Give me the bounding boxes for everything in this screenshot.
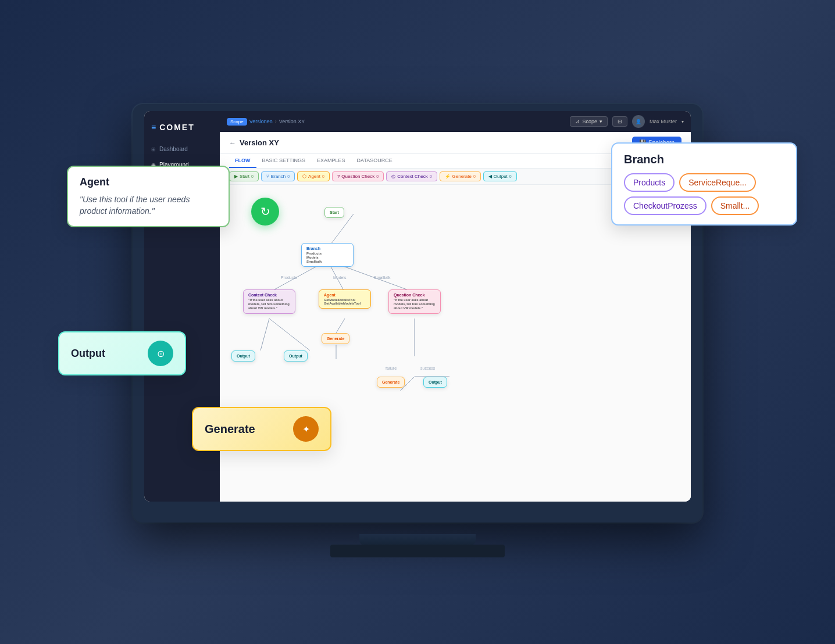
canvas-output-node-1[interactable]: Output bbox=[231, 350, 255, 362]
tab-basic-settings[interactable]: BASIC SETTINGS bbox=[256, 154, 312, 168]
monitor-stand bbox=[330, 545, 505, 557]
add-output-button[interactable]: ◀ Output 0 bbox=[483, 171, 517, 181]
versions-link[interactable]: Versionen bbox=[249, 119, 273, 124]
context-check-desc: "If the user asks about models, tell him… bbox=[248, 298, 290, 310]
context-count: 0 bbox=[430, 174, 432, 178]
branch-node-label: Branch bbox=[306, 246, 348, 251]
user-chevron: ▾ bbox=[681, 119, 684, 124]
add-context-check-button[interactable]: ◎ Context Check 0 bbox=[386, 171, 437, 181]
branch-tag-smalltalk: Smallt... bbox=[711, 196, 759, 215]
output-1-label: Output bbox=[237, 354, 250, 358]
canvas-start-node[interactable]: Start bbox=[324, 207, 344, 218]
generate-2-label: Generate bbox=[382, 380, 399, 384]
output-icon-button[interactable]: ⊙ bbox=[148, 341, 173, 366]
page-title-area: ← Version XY bbox=[229, 138, 279, 147]
topbar: Scope Versionen › Version XY ⊿ Scope ▾ ⊟… bbox=[220, 111, 691, 132]
canvas-generate-node-1[interactable]: Generate bbox=[322, 333, 349, 344]
app-title: COMET bbox=[159, 123, 195, 132]
output-label: Output bbox=[494, 174, 508, 179]
tab-flow[interactable]: FLOW bbox=[229, 154, 256, 168]
tab-datasource[interactable]: DATASOURCE bbox=[351, 154, 398, 168]
branch-count: 0 bbox=[287, 174, 290, 178]
avatar: 👤 bbox=[632, 115, 645, 128]
context-label: Context Check bbox=[397, 174, 427, 179]
output-card-title: Output bbox=[71, 348, 105, 360]
scope-button[interactable]: ⊿ Scope ▾ bbox=[570, 116, 608, 127]
monitor-base bbox=[359, 534, 476, 546]
canvas-generate-node-2[interactable]: Generate bbox=[377, 377, 405, 388]
branch-tags: Products Models Smalltalk bbox=[306, 252, 348, 263]
output-icon: ◀ bbox=[488, 174, 492, 179]
sidebar-item-label: Dashboard bbox=[159, 146, 188, 152]
branch-tag-checkout: CheckoutProzess bbox=[624, 196, 706, 215]
generate-card-title: Generate bbox=[205, 423, 255, 436]
start-icon: ▶ bbox=[234, 174, 238, 179]
output-2-label: Output bbox=[289, 354, 302, 358]
scope-label: Scope bbox=[582, 119, 597, 124]
canvas-agent-node[interactable]: Agent GetModelDetailsTool GetAvailableMo… bbox=[319, 289, 371, 309]
question-check-label: Question Check bbox=[394, 293, 436, 297]
add-question-check-button[interactable]: ? Question Check 0 bbox=[332, 171, 384, 181]
dashboard-icon: ⊞ bbox=[151, 146, 156, 152]
output-3-label: Output bbox=[429, 380, 442, 384]
flow-canvas[interactable]: Products Models Smalltalk success failur… bbox=[220, 185, 691, 502]
canvas-question-check-node[interactable]: Question Check "If the user asks about m… bbox=[388, 289, 441, 314]
floating-agent-card: Agent "Use this tool if the user needs p… bbox=[67, 166, 230, 227]
add-generate-button[interactable]: ⚡ Generate 0 bbox=[440, 171, 481, 181]
branch-card-title: Branch bbox=[624, 153, 784, 166]
context-check-label: Context Check bbox=[248, 293, 290, 297]
tab-examples[interactable]: EXAMPLES bbox=[311, 154, 351, 168]
generate-label: Generate bbox=[452, 174, 472, 179]
breadcrumb: Scope Versionen › Version XY bbox=[227, 118, 305, 126]
agent-count: 0 bbox=[322, 174, 324, 178]
back-arrow[interactable]: ← bbox=[229, 139, 236, 147]
canvas-output-node-3[interactable]: Output bbox=[423, 377, 447, 388]
agent-node-label: Agent bbox=[324, 293, 366, 297]
generate-1-label: Generate bbox=[327, 337, 344, 341]
path-label-products: Products bbox=[281, 276, 297, 280]
branch-tag-products: Products bbox=[624, 173, 675, 192]
app-logo: ≡ COMET bbox=[144, 118, 220, 141]
question-label: Question Check bbox=[341, 174, 374, 179]
agent-tool-2: GetAvailableModelsTool bbox=[324, 302, 366, 305]
start-label: Start bbox=[240, 174, 249, 179]
canvas-context-check-node[interactable]: Context Check "If the user asks about mo… bbox=[243, 289, 295, 314]
floating-output-card: Output ⊙ bbox=[58, 331, 186, 375]
agent-card-title: Agent bbox=[80, 176, 217, 188]
layout-button[interactable]: ⊟ bbox=[612, 116, 627, 127]
agent-label: Agent bbox=[308, 174, 320, 179]
agent-card-description: "Use this tool if the user needs product… bbox=[80, 194, 217, 217]
canvas-output-node-2[interactable]: Output bbox=[284, 350, 308, 362]
sidebar-item-dashboard[interactable]: ⊞ Dashboard bbox=[144, 141, 220, 157]
path-label-smalltalk: Smalltalk bbox=[374, 276, 391, 280]
floating-generate-card: Generate ✦ bbox=[192, 407, 331, 451]
branch-tags-container: Products ServiceReque... CheckoutProzess… bbox=[624, 173, 784, 215]
svg-line-6 bbox=[336, 319, 345, 333]
agent-icon: ⬡ bbox=[302, 174, 306, 179]
scope-icon: ⊿ bbox=[575, 119, 580, 124]
flow-connections: Products Models Smalltalk success failur… bbox=[220, 185, 691, 502]
branch-label: Branch bbox=[271, 174, 286, 179]
question-count: 0 bbox=[376, 174, 379, 178]
svg-line-4 bbox=[261, 319, 269, 350]
user-name: Max Muster bbox=[650, 119, 677, 124]
canvas-branch-node[interactable]: Branch Products Models Smalltalk bbox=[301, 243, 354, 267]
path-label-models: Models bbox=[333, 276, 347, 280]
branch-icon: ⑂ bbox=[266, 174, 269, 179]
add-branch-node-button[interactable]: ⑂ Branch 0 bbox=[261, 171, 295, 181]
output-count: 0 bbox=[509, 174, 512, 178]
start-node-label: Start bbox=[330, 210, 339, 214]
svg-line-5 bbox=[269, 319, 310, 350]
branch-tag-service: ServiceReque... bbox=[679, 173, 756, 192]
refresh-button[interactable]: ↻ bbox=[251, 198, 279, 226]
topbar-right: ⊿ Scope ▾ ⊟ 👤 Max Muster ▾ bbox=[570, 115, 684, 128]
question-check-desc: "If the user asks about models, tell him… bbox=[394, 298, 436, 310]
question-icon: ? bbox=[337, 174, 340, 179]
add-agent-node-button[interactable]: ⬡ Agent 0 bbox=[297, 171, 330, 181]
generate-icon-button[interactable]: ✦ bbox=[293, 416, 319, 442]
logo-icon: ≡ bbox=[151, 123, 157, 132]
page-title: Version XY bbox=[240, 138, 279, 147]
breadcrumb-separator: › bbox=[275, 119, 277, 124]
start-count: 0 bbox=[251, 174, 254, 178]
add-start-node-button[interactable]: ▶ Start 0 bbox=[229, 171, 259, 181]
